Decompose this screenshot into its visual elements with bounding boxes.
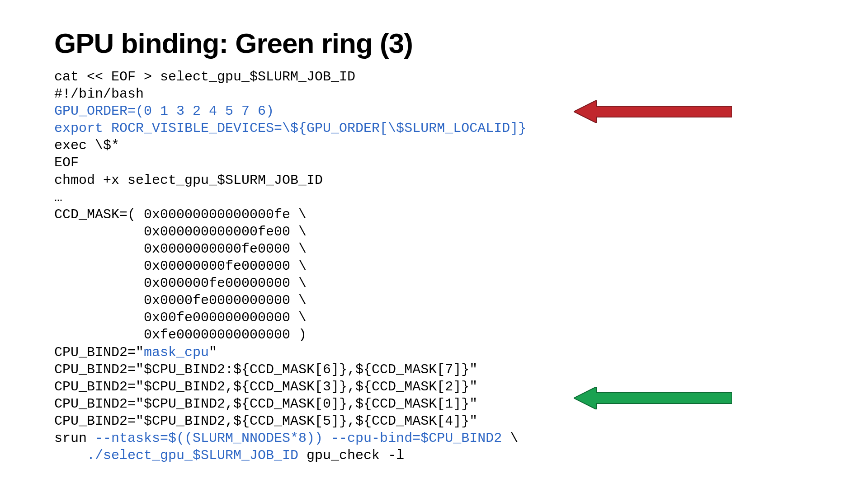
code-line: CCD_MASK=( 0x00000000000000fe \ [54,207,307,222]
code-line-highlight: GPU_ORDER=(0 1 3 2 4 5 7 6) [54,103,274,119]
code-line: \ [502,431,518,446]
code-line: srun [54,431,95,446]
code-line-highlight: mask_cpu [144,345,209,360]
code-line: cat << EOF > select_gpu_$SLURM_JOB_ID [54,69,355,84]
code-line: #!/bin/bash [54,86,144,102]
code-line: exec \$* [54,138,119,153]
arrow-shape [574,387,732,409]
code-line: 0x00000000fe000000 \ [54,258,307,274]
code-line: 0x0000fe0000000000 \ [54,293,307,308]
code-line: " [209,345,217,360]
code-line: CPU_BIND2="$CPU_BIND2,${CCD_MASK[0]},${C… [54,396,477,412]
code-line: CPU_BIND2="$CPU_BIND2:${CCD_MASK[6]},${C… [54,362,477,377]
code-line: CPU_BIND2=" [54,345,144,360]
code-line-highlight: ./select_gpu_$SLURM_JOB_ID [87,448,298,463]
code-line: 0x00fe000000000000 \ [54,310,307,325]
slide: GPU binding: Green ring (3) cat << EOF >… [0,0,868,488]
code-line: … [54,190,62,205]
code-line: chmod +x select_gpu_$SLURM_JOB_ID [54,173,323,188]
arrow-shape [574,100,732,123]
green-arrow-icon [574,387,732,409]
code-line: EOF [54,155,79,170]
slide-title: GPU binding: Green ring (3) [54,27,814,59]
code-line: CPU_BIND2="$CPU_BIND2,${CCD_MASK[3]},${C… [54,379,477,394]
red-arrow-icon [574,100,732,123]
code-line: 0x000000fe00000000 \ [54,276,307,291]
code-line: 0x000000000000fe00 \ [54,224,307,239]
code-line: CPU_BIND2="$CPU_BIND2,${CCD_MASK[5]},${C… [54,413,477,429]
code-line: 0xfe00000000000000 ) [54,327,307,343]
code-line [54,448,87,463]
code-line: 0x0000000000fe0000 \ [54,241,307,257]
code-line: gpu_check -l [298,448,404,463]
code-line-highlight: --ntasks=$((SLURM_NNODES*8)) --cpu-bind=… [95,431,502,446]
code-line-highlight: export ROCR_VISIBLE_DEVICES=\${GPU_ORDER… [54,121,526,136]
